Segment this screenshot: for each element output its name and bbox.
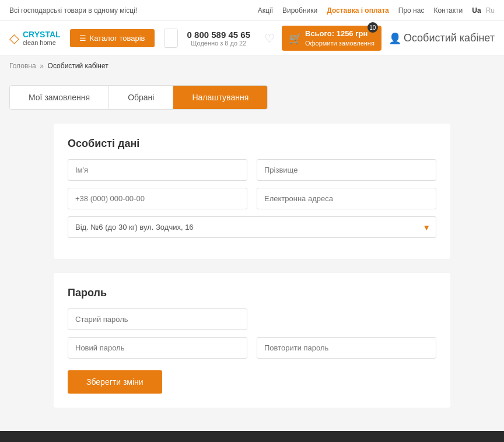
last-name-group <box>257 159 436 181</box>
nav-link-manufacturers[interactable]: Виробники <box>282 6 317 15</box>
confirm-password-input[interactable] <box>257 337 436 359</box>
email-group <box>257 188 436 209</box>
footer: ◇ CRYSTAL clean home Всі господарські то… <box>0 431 504 442</box>
personal-data-title: Особисті дані <box>68 138 436 150</box>
email-input[interactable] <box>257 188 436 209</box>
cart-icon: 🛒 <box>289 32 302 45</box>
language-switcher: Ua Ru <box>472 6 495 15</box>
main-content: Мої замовлення Обрані Налаштування Особи… <box>0 76 504 431</box>
new-password-row <box>68 337 436 359</box>
old-password-group <box>68 308 247 330</box>
first-name-group <box>68 159 247 181</box>
delivery-group: Від. №6 (до 30 кг) вул. Зодчих, 16 ▼ <box>68 216 436 238</box>
name-row <box>68 159 436 181</box>
account-link[interactable]: 👤 Особистий кабінет <box>388 32 495 45</box>
nav-link-contacts[interactable]: Контакти <box>433 6 463 15</box>
search-input[interactable] <box>164 29 178 47</box>
delivery-select-wrapper: Від. №6 (до 30 кг) вул. Зодчих, 16 ▼ <box>68 216 436 238</box>
account-icon: 👤 <box>388 32 401 45</box>
first-name-input[interactable] <box>68 159 247 181</box>
wishlist-icon[interactable]: ♡ <box>264 31 275 45</box>
cart-info: Всього: 1256 грн Оформити замовлення <box>305 29 374 47</box>
header-phone-hours: Щоденно з 8 до 22 <box>187 40 250 47</box>
tab-settings[interactable]: Налаштування <box>173 86 267 109</box>
last-name-input[interactable] <box>257 159 436 181</box>
top-bar-nav: Акції Виробники Доставка і оплата Про на… <box>258 6 463 15</box>
lang-ua[interactable]: Ua <box>472 6 481 15</box>
account-label: Особистий кабінет <box>404 32 495 44</box>
nav-link-promotions[interactable]: Акції <box>258 6 273 15</box>
contact-row <box>68 188 436 209</box>
confirm-password-group <box>257 337 436 359</box>
new-password-input[interactable] <box>68 337 247 359</box>
logo-crystal: CRYSTAL <box>23 30 61 40</box>
cart-count-badge: 10 <box>368 22 378 33</box>
header: ◇ CRYSTAL clean home ☰ Каталог товарів 🔍… <box>0 21 504 56</box>
delivery-row: Від. №6 (до 30 кг) вул. Зодчих, 16 ▼ <box>68 216 436 238</box>
tab-favorites[interactable]: Обрані <box>109 86 173 109</box>
old-password-row <box>68 308 436 330</box>
phone-block: 0 800 589 45 65 Щоденно з 8 до 22 <box>187 30 250 47</box>
password-title: Пароль <box>68 287 436 299</box>
tab-orders[interactable]: Мої замовлення <box>10 86 109 109</box>
header-phone: 0 800 589 45 65 <box>187 30 250 40</box>
old-password-input[interactable] <box>68 308 247 330</box>
menu-icon: ☰ <box>79 34 86 43</box>
personal-data-section: Особисті дані Від. №6 (до 30 кг) вул. Зо… <box>54 124 450 259</box>
catalog-button[interactable]: ☰ Каталог товарів <box>70 29 155 47</box>
nav-link-about[interactable]: Про нас <box>398 6 425 15</box>
breadcrumb-current: Особистий кабінет <box>48 62 108 70</box>
delivery-select[interactable]: Від. №6 (до 30 кг) вул. Зодчих, 16 <box>68 216 436 238</box>
top-bar-tagline: Всі господарські товари в одному місці! <box>9 6 258 15</box>
logo-diamond-icon: ◇ <box>9 31 19 46</box>
logo[interactable]: ◇ CRYSTAL clean home <box>9 30 61 47</box>
cart-total: Всього: 1256 грн <box>305 29 374 39</box>
cart-checkout-label: Оформити замовлення <box>305 39 374 47</box>
nav-link-delivery[interactable]: Доставка і оплата <box>327 6 389 15</box>
new-password-group <box>68 337 247 359</box>
save-changes-button[interactable]: Зберегти зміни <box>68 370 162 394</box>
search-bar: 🔍 <box>164 29 178 48</box>
account-tabs: Мої замовлення Обрані Налаштування <box>9 85 268 110</box>
lang-ru[interactable]: Ru <box>486 6 495 15</box>
phone-group <box>68 188 247 209</box>
logo-clean-home: clean home <box>23 39 61 47</box>
header-icons: ♡ 🛒 10 Всього: 1256 грн Оформити замовле… <box>264 26 495 51</box>
breadcrumb: Головна » Особистий кабінет <box>0 56 504 76</box>
phone-input[interactable] <box>68 188 247 209</box>
breadcrumb-home[interactable]: Головна <box>9 62 36 70</box>
password-section: Пароль Зберегти зміни <box>54 273 450 408</box>
logo-text: CRYSTAL clean home <box>23 30 61 47</box>
cart-block[interactable]: 🛒 10 Всього: 1256 грн Оформити замовленн… <box>282 26 382 51</box>
top-bar: Всі господарські товари в одному місці! … <box>0 0 504 21</box>
